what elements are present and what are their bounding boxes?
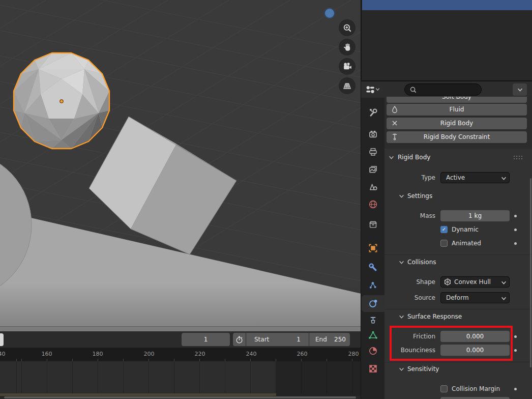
search-field[interactable] [404, 83, 482, 96]
tab-object[interactable] [367, 242, 379, 254]
timeline-horizontal-scrollbar[interactable] [0, 396, 361, 399]
tab-material[interactable] [367, 345, 379, 357]
bounciness-label: Bounciness [385, 345, 435, 356]
ruler-label: 140 [0, 351, 9, 357]
jump-to-endpoint-button-partial[interactable] [0, 333, 4, 346]
outliner-row-plane[interactable]: Plane [362, 10, 532, 20]
search-input[interactable] [419, 84, 480, 96]
3d-viewport[interactable] [0, 0, 361, 331]
source-dropdown[interactable]: Deform [440, 292, 510, 303]
ortho-toggle-gizmo-button[interactable] [339, 77, 356, 94]
view-layer-properties-icon [368, 165, 378, 175]
timeline-ruler[interactable]: 140 160 180 200 220 240 260 280 [0, 348, 361, 361]
mass-label: Mass [385, 210, 435, 221]
chevron-down-icon [389, 155, 394, 160]
animate-dot[interactable] [514, 349, 517, 352]
mass-field[interactable]: 1 kg [440, 210, 510, 221]
panel-drag-dots[interactable] [514, 156, 515, 157]
stopwatch-icon [235, 335, 244, 344]
divider [385, 254, 532, 255]
scrollbar-thumb[interactable] [4, 396, 356, 398]
properties-scrollbar[interactable] [530, 178, 531, 367]
tab-modifiers[interactable] [367, 261, 379, 273]
output-properties-icon [368, 147, 378, 157]
tab-tool[interactable] [367, 106, 379, 119]
bounciness-field[interactable]: 0.000 [440, 345, 510, 356]
frame-end-field[interactable]: End 250 [309, 333, 350, 346]
start-value: 1 [297, 333, 301, 346]
rigid-body-constraint-icon [391, 133, 399, 141]
settings-section-header[interactable]: Settings [399, 192, 432, 200]
type-label: Type [385, 172, 435, 183]
soft-body-button[interactable]: Soft Body [387, 97, 527, 103]
shape-dropdown[interactable]: Convex Hull [440, 276, 510, 288]
type-dropdown[interactable]: Active [440, 172, 510, 183]
filter-button[interactable] [513, 83, 527, 96]
texture-icon [368, 364, 378, 374]
source-label: Source [385, 292, 435, 303]
camera-view-gizmo-button[interactable] [339, 58, 356, 75]
current-frame-field[interactable]: 1 [182, 333, 230, 346]
fluid-button[interactable]: Fluid [387, 104, 527, 116]
type-value: Active [446, 173, 465, 183]
animate-dot[interactable] [514, 335, 517, 338]
tab-object-data[interactable] [367, 329, 379, 341]
animated-checkbox[interactable] [440, 240, 448, 247]
chevron-down-icon [501, 280, 507, 286]
zoom-gizmo-button[interactable] [339, 19, 356, 36]
tab-constraints[interactable] [367, 314, 379, 326]
tab-view-layer[interactable] [367, 163, 379, 176]
tab-particles[interactable] [367, 279, 379, 291]
tab-scene[interactable] [367, 181, 379, 193]
end-label: End [315, 333, 327, 346]
tab-texture[interactable] [367, 362, 379, 375]
tab-render[interactable] [367, 128, 379, 140]
chevron-down-icon [399, 193, 404, 199]
navigation-gizmo-axis-ball[interactable] [324, 8, 335, 19]
margin-field-partial[interactable] [440, 397, 510, 399]
outliner-row-icosphere[interactable]: Icosphere [362, 0, 532, 10]
modifiers-wrench-icon [368, 263, 378, 272]
tab-output[interactable] [367, 146, 379, 158]
sensitivity-title: Sensitivity [407, 365, 439, 373]
frame-start-field[interactable]: Start 1 [246, 333, 309, 346]
tab-collection[interactable] [367, 218, 379, 231]
friction-label: Friction [385, 331, 435, 342]
rigid-body-constraint-label: Rigid Body Constraint [424, 133, 490, 140]
collisions-section-header[interactable]: Collisions [399, 259, 436, 266]
friction-field[interactable]: 0.000 [440, 331, 510, 342]
timeline-canvas[interactable] [0, 361, 361, 393]
object-origin-dot [60, 100, 63, 103]
chevron-down-icon [399, 260, 404, 265]
ruler-label: 160 [38, 351, 56, 357]
panel-title: Rigid Body [398, 154, 430, 161]
chevron-down-icon [517, 87, 523, 93]
scene-properties-icon [368, 182, 378, 192]
icosphere-object[interactable] [13, 52, 110, 149]
tab-world[interactable] [367, 198, 379, 210]
animate-dot[interactable] [514, 388, 517, 390]
remove-x-icon [391, 119, 399, 127]
use-preview-range-button[interactable] [233, 333, 246, 346]
dynamic-checkbox[interactable]: ✓ [440, 226, 448, 233]
surface-response-section-header[interactable]: Surface Response [399, 313, 462, 320]
tab-physics[interactable] [367, 297, 379, 309]
zoom-icon [343, 23, 352, 33]
editor-type-button[interactable] [365, 83, 387, 96]
animate-dot[interactable] [514, 229, 517, 231]
rigid-body-button[interactable]: Rigid Body [387, 118, 527, 129]
chevron-down-icon [375, 87, 380, 92]
sensitivity-section-header[interactable]: Sensitivity [399, 365, 439, 373]
collision-margin-label: Collision Margin [452, 383, 500, 394]
animate-dot[interactable] [514, 242, 517, 245]
tool-icon [368, 108, 378, 118]
timeline-header: 1 Start 1 End 250 [0, 331, 361, 348]
ruler-label: 220 [191, 351, 209, 357]
collision-margin-checkbox[interactable] [440, 385, 448, 392]
pan-gizmo-button[interactable] [339, 39, 356, 55]
rigid-body-panel: Rigid Body Type Active Settings Mass 1 k… [385, 149, 532, 399]
animate-dot[interactable] [514, 215, 517, 217]
panel-header-rigid-body[interactable]: Rigid Body [389, 154, 430, 161]
rigid-body-constraint-button[interactable]: Rigid Body Constraint [387, 131, 527, 143]
ruler-label: 280 [344, 351, 361, 357]
